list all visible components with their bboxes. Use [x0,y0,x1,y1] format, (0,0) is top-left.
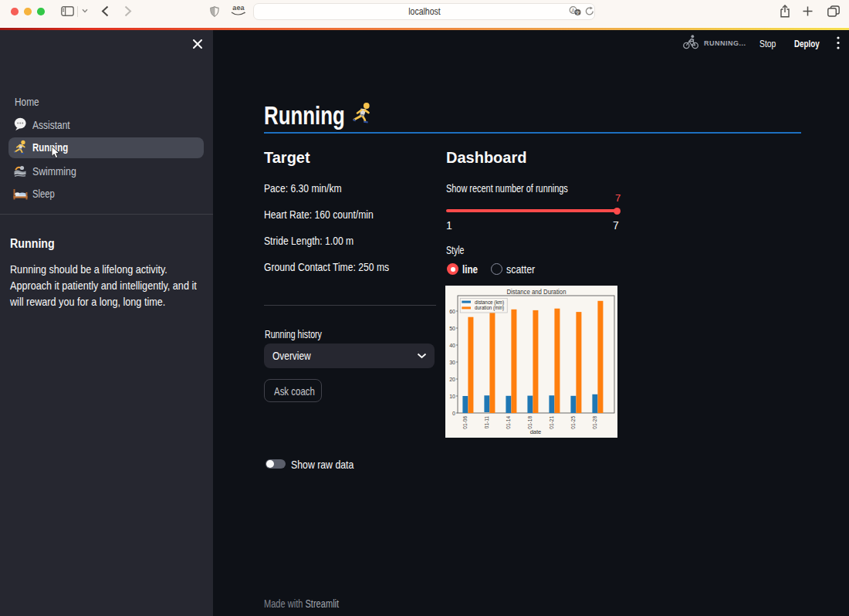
svg-text:Distance and Duration: Distance and Duration [507,288,567,296]
svg-text:文: 文 [575,10,580,15]
svg-text:20: 20 [449,377,455,382]
svg-text:01-11: 01-11 [484,416,489,429]
svg-text:01-14: 01-14 [506,416,511,429]
svg-text:30: 30 [449,360,455,365]
svg-text:60: 60 [449,309,455,314]
svg-text:10: 10 [449,394,455,399]
svg-text:01-21: 01-21 [549,416,554,429]
svg-text:duration (min): duration (min) [475,305,504,311]
svg-text:0: 0 [452,411,455,416]
svg-text:50: 50 [449,326,455,331]
svg-text:01-28: 01-28 [592,416,597,429]
svg-text:date: date [530,428,542,435]
svg-text:distance (km): distance (km) [475,300,504,306]
svg-text:01-06: 01-06 [462,416,468,429]
svg-text:01-18: 01-18 [527,416,533,429]
svg-text:01-25: 01-25 [570,416,576,429]
svg-text:40: 40 [449,343,455,348]
